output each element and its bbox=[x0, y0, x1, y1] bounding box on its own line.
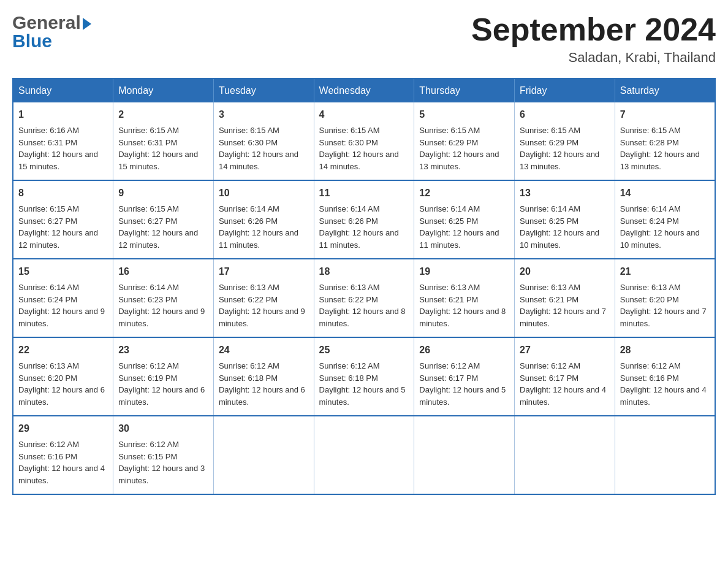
daylight-text: Daylight: 12 hours and 4 minutes. bbox=[520, 384, 610, 408]
sunrise-text: Sunrise: 6:15 AM bbox=[319, 124, 409, 137]
calendar-cell: 19Sunrise: 6:13 AMSunset: 6:21 PMDayligh… bbox=[414, 259, 515, 337]
sunset-text: Sunset: 6:19 PM bbox=[118, 372, 208, 385]
day-number: 27 bbox=[520, 343, 610, 358]
calendar-week-row: 29Sunrise: 6:12 AMSunset: 6:16 PMDayligh… bbox=[13, 416, 715, 494]
calendar-cell: 30Sunrise: 6:12 AMSunset: 6:15 PMDayligh… bbox=[113, 416, 214, 494]
sunrise-text: Sunrise: 6:15 AM bbox=[18, 203, 108, 215]
sunset-text: Sunset: 6:21 PM bbox=[520, 294, 610, 306]
day-number: 17 bbox=[219, 264, 309, 279]
calendar-cell: 10Sunrise: 6:14 AMSunset: 6:26 PMDayligh… bbox=[213, 180, 314, 259]
daylight-text: Daylight: 12 hours and 7 minutes. bbox=[520, 305, 610, 329]
daylight-text: Daylight: 12 hours and 5 minutes. bbox=[419, 384, 509, 408]
sunrise-text: Sunrise: 6:15 AM bbox=[219, 124, 309, 137]
sunrise-text: Sunrise: 6:13 AM bbox=[319, 282, 409, 294]
sunrise-text: Sunrise: 6:13 AM bbox=[219, 282, 309, 294]
sunrise-text: Sunrise: 6:12 AM bbox=[520, 360, 610, 372]
calendar-cell: 18Sunrise: 6:13 AMSunset: 6:22 PMDayligh… bbox=[314, 259, 414, 337]
calendar-cell: 13Sunrise: 6:14 AMSunset: 6:25 PMDayligh… bbox=[515, 180, 615, 259]
calendar-week-row: 1Sunrise: 6:16 AMSunset: 6:31 PMDaylight… bbox=[13, 102, 715, 180]
day-number: 1 bbox=[18, 107, 108, 122]
calendar-cell bbox=[213, 416, 314, 494]
calendar-header-saturday: Saturday bbox=[615, 79, 715, 102]
day-number: 7 bbox=[620, 107, 710, 122]
sunrise-text: Sunrise: 6:14 AM bbox=[219, 203, 309, 215]
calendar-header-monday: Monday bbox=[113, 79, 214, 102]
day-number: 29 bbox=[18, 421, 108, 436]
sunset-text: Sunset: 6:20 PM bbox=[18, 372, 108, 385]
sunset-text: Sunset: 6:26 PM bbox=[219, 215, 309, 228]
daylight-text: Daylight: 12 hours and 6 minutes. bbox=[219, 384, 309, 408]
calendar-cell: 12Sunrise: 6:14 AMSunset: 6:25 PMDayligh… bbox=[414, 180, 515, 259]
calendar-cell: 21Sunrise: 6:13 AMSunset: 6:20 PMDayligh… bbox=[615, 259, 715, 337]
sunrise-text: Sunrise: 6:12 AM bbox=[118, 360, 208, 372]
sunrise-text: Sunrise: 6:15 AM bbox=[118, 203, 208, 215]
calendar-cell: 8Sunrise: 6:15 AMSunset: 6:27 PMDaylight… bbox=[13, 180, 113, 259]
calendar-cell: 1Sunrise: 6:16 AMSunset: 6:31 PMDaylight… bbox=[13, 102, 113, 180]
calendar-cell: 23Sunrise: 6:12 AMSunset: 6:19 PMDayligh… bbox=[113, 337, 214, 416]
calendar-week-row: 22Sunrise: 6:13 AMSunset: 6:20 PMDayligh… bbox=[13, 337, 715, 416]
sunrise-text: Sunrise: 6:16 AM bbox=[18, 124, 108, 137]
calendar-header-tuesday: Tuesday bbox=[213, 79, 314, 102]
sunrise-text: Sunrise: 6:12 AM bbox=[620, 360, 710, 372]
calendar-cell: 16Sunrise: 6:14 AMSunset: 6:23 PMDayligh… bbox=[113, 259, 214, 337]
sunset-text: Sunset: 6:29 PM bbox=[520, 137, 610, 149]
sunset-text: Sunset: 6:24 PM bbox=[620, 215, 710, 228]
sunrise-text: Sunrise: 6:15 AM bbox=[118, 124, 208, 137]
sunset-text: Sunset: 6:18 PM bbox=[219, 372, 309, 385]
daylight-text: Daylight: 12 hours and 7 minutes. bbox=[620, 305, 710, 329]
day-number: 30 bbox=[118, 421, 208, 436]
sunset-text: Sunset: 6:16 PM bbox=[620, 372, 710, 385]
calendar-cell: 6Sunrise: 6:15 AMSunset: 6:29 PMDaylight… bbox=[515, 102, 615, 180]
daylight-text: Daylight: 12 hours and 15 minutes. bbox=[118, 148, 208, 172]
calendar-table: SundayMondayTuesdayWednesdayThursdayFrid… bbox=[12, 78, 716, 495]
sunset-text: Sunset: 6:17 PM bbox=[520, 372, 610, 385]
daylight-text: Daylight: 12 hours and 8 minutes. bbox=[419, 305, 509, 329]
day-number: 14 bbox=[620, 186, 710, 201]
day-number: 3 bbox=[219, 107, 309, 122]
daylight-text: Daylight: 12 hours and 15 minutes. bbox=[18, 148, 108, 172]
sunset-text: Sunset: 6:21 PM bbox=[419, 294, 509, 306]
daylight-text: Daylight: 12 hours and 13 minutes. bbox=[620, 148, 710, 172]
sunset-text: Sunset: 6:25 PM bbox=[419, 215, 509, 228]
calendar-header-thursday: Thursday bbox=[414, 79, 515, 102]
logo-blue: Blue bbox=[12, 31, 91, 52]
calendar-cell: 22Sunrise: 6:13 AMSunset: 6:20 PMDayligh… bbox=[13, 337, 113, 416]
logo: General Blue bbox=[12, 12, 91, 52]
sunset-text: Sunset: 6:28 PM bbox=[620, 137, 710, 149]
sunrise-text: Sunrise: 6:14 AM bbox=[520, 203, 610, 215]
sunrise-text: Sunrise: 6:14 AM bbox=[118, 282, 208, 294]
day-number: 11 bbox=[319, 186, 409, 201]
sunrise-text: Sunrise: 6:13 AM bbox=[419, 282, 509, 294]
sunrise-text: Sunrise: 6:15 AM bbox=[520, 124, 610, 137]
calendar-cell: 20Sunrise: 6:13 AMSunset: 6:21 PMDayligh… bbox=[515, 259, 615, 337]
sunset-text: Sunset: 6:26 PM bbox=[319, 215, 409, 228]
logo-general: General bbox=[12, 12, 81, 33]
sunset-text: Sunset: 6:24 PM bbox=[18, 294, 108, 306]
daylight-text: Daylight: 12 hours and 4 minutes. bbox=[18, 462, 108, 486]
day-number: 6 bbox=[520, 107, 610, 122]
daylight-text: Daylight: 12 hours and 5 minutes. bbox=[319, 384, 409, 408]
day-number: 8 bbox=[18, 186, 108, 201]
sunrise-text: Sunrise: 6:14 AM bbox=[620, 203, 710, 215]
sunset-text: Sunset: 6:20 PM bbox=[620, 294, 710, 306]
sunset-text: Sunset: 6:31 PM bbox=[18, 137, 108, 149]
sunrise-text: Sunrise: 6:12 AM bbox=[219, 360, 309, 372]
calendar-week-row: 15Sunrise: 6:14 AMSunset: 6:24 PMDayligh… bbox=[13, 259, 715, 337]
sunrise-text: Sunrise: 6:14 AM bbox=[319, 203, 409, 215]
sunset-text: Sunset: 6:23 PM bbox=[118, 294, 208, 306]
sunset-text: Sunset: 6:22 PM bbox=[319, 294, 409, 306]
daylight-text: Daylight: 12 hours and 9 minutes. bbox=[118, 305, 208, 329]
daylight-text: Daylight: 12 hours and 8 minutes. bbox=[319, 305, 409, 329]
day-number: 2 bbox=[118, 107, 208, 122]
calendar-week-row: 8Sunrise: 6:15 AMSunset: 6:27 PMDaylight… bbox=[13, 180, 715, 259]
day-number: 10 bbox=[219, 186, 309, 201]
daylight-text: Daylight: 12 hours and 14 minutes. bbox=[319, 148, 409, 172]
logo-arrow-icon bbox=[83, 18, 91, 30]
calendar-cell: 26Sunrise: 6:12 AMSunset: 6:17 PMDayligh… bbox=[414, 337, 515, 416]
sunset-text: Sunset: 6:25 PM bbox=[520, 215, 610, 228]
sunrise-text: Sunrise: 6:14 AM bbox=[419, 203, 509, 215]
calendar-cell bbox=[314, 416, 414, 494]
sunrise-text: Sunrise: 6:14 AM bbox=[18, 282, 108, 294]
sunrise-text: Sunrise: 6:13 AM bbox=[520, 282, 610, 294]
day-number: 25 bbox=[319, 343, 409, 358]
